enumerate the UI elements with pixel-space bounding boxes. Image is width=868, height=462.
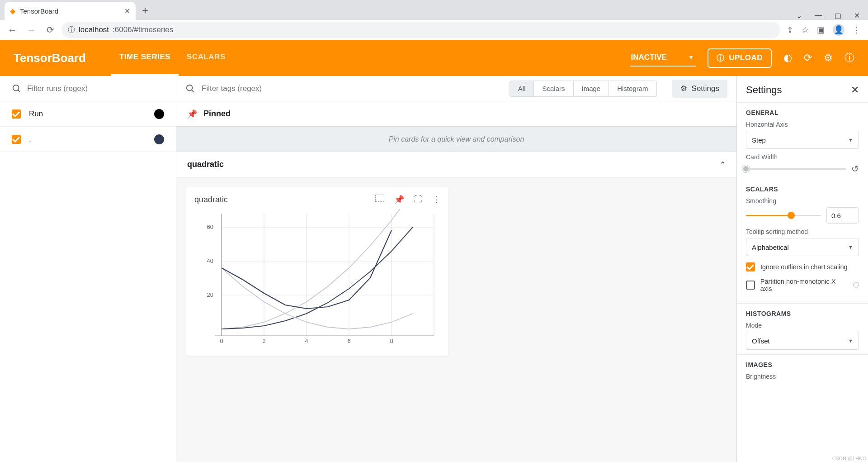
chevron-down-icon[interactable]: ⌄	[796, 11, 802, 20]
star-icon[interactable]: ☆	[802, 25, 809, 35]
chip-all[interactable]: All	[510, 81, 534, 96]
runs-filter	[0, 76, 176, 101]
card-header: quadratic 📌 ⛶ ⋮	[194, 195, 440, 205]
runs-select-all-checkbox[interactable]	[12, 110, 21, 119]
back-button[interactable]: ←	[5, 22, 20, 38]
address-actions: ⇪ ☆ ▣ 👤 ⋮	[784, 24, 863, 36]
card-width-slider[interactable]	[746, 164, 846, 173]
settings-pane: Settings ✕ GENERAL Horizontal Axis Step …	[737, 76, 868, 462]
chevron-up-icon[interactable]: ⌃	[720, 160, 726, 169]
runs-sidebar: Run .	[0, 76, 176, 462]
ignore-outliers-row[interactable]: Ignore outliers in chart scaling	[746, 262, 859, 271]
ignore-outliers-checkbox[interactable]	[746, 262, 755, 271]
sidepanel-icon[interactable]: ▣	[817, 25, 825, 35]
card-actions: 📌 ⛶ ⋮	[375, 195, 440, 205]
refresh-icon[interactable]: ⟳	[804, 52, 812, 64]
reset-icon[interactable]: ↺	[851, 163, 859, 174]
scalar-plot[interactable]: 20 40 60 0 2 4 6 8	[194, 209, 440, 345]
brightness-label: Brightness	[746, 373, 859, 380]
profile-icon[interactable]: 👤	[833, 24, 844, 36]
search-icon	[12, 84, 22, 94]
scalars-heading: SCALARS	[746, 186, 859, 193]
partition-x-checkbox[interactable]	[746, 281, 755, 290]
info-icon[interactable]: ⓘ	[853, 281, 859, 289]
group-header[interactable]: quadratic ⌃	[176, 152, 736, 177]
svg-line-3	[192, 90, 194, 92]
tags-filter-input[interactable]	[202, 84, 503, 93]
runs-column-label: Run	[29, 110, 43, 119]
upload-icon: ⓘ	[717, 53, 725, 63]
partition-x-row[interactable]: Partition non-monotonic X axis ⓘ	[746, 278, 859, 292]
upload-label: UPLOAD	[729, 53, 763, 62]
kebab-icon[interactable]: ⋮	[432, 195, 440, 205]
hax-select[interactable]: Step ▼	[746, 131, 859, 149]
partition-x-label: Partition non-monotonic X axis	[760, 278, 848, 292]
tb-header: TensorBoard TIME SERIES SCALARS INACTIVE…	[0, 40, 868, 76]
address-bar: ← → ⟳ ⓘ localhost:6006/#timeseries ⇪ ☆ ▣…	[0, 20, 868, 40]
fullscreen-icon[interactable]: ⛶	[414, 195, 422, 205]
gear-icon[interactable]: ⚙	[824, 52, 833, 64]
close-window-icon[interactable]: ✕	[854, 11, 860, 20]
palette-icon[interactable]	[154, 109, 164, 119]
browser-chrome: ◆ TensorBoard ✕ ＋ ⌄ — ▢ ✕ ← → ⟳ ⓘ localh…	[0, 0, 868, 40]
type-filter: All Scalars Image Histogram	[509, 81, 657, 97]
pin-icon[interactable]: 📌	[394, 195, 404, 205]
scalar-card: quadratic 📌 ⛶ ⋮	[186, 187, 448, 356]
mode-select[interactable]: Offset ▼	[746, 332, 859, 350]
tooltip-select[interactable]: Alphabetical ▼	[746, 238, 859, 256]
tooltip-label: Tooltip sorting method	[746, 228, 859, 235]
svg-text:60: 60	[207, 224, 213, 230]
chip-histogram[interactable]: Histogram	[609, 81, 656, 96]
hax-value: Step	[752, 136, 766, 144]
svg-text:0: 0	[220, 338, 223, 344]
fit-domain-icon[interactable]	[375, 195, 384, 202]
run-checkbox[interactable]	[12, 135, 21, 144]
settings-header: Settings ✕	[737, 76, 868, 102]
upload-button[interactable]: ⓘ UPLOAD	[708, 48, 772, 68]
close-icon[interactable]: ✕	[124, 7, 130, 15]
settings-title: Settings	[746, 84, 782, 96]
tab-timeseries[interactable]: TIME SERIES	[111, 40, 179, 76]
tab-title: TensorBoard	[20, 7, 58, 15]
share-icon[interactable]: ⇪	[787, 25, 793, 35]
kebab-icon[interactable]: ⋮	[853, 25, 861, 35]
card-width-label: Card Width	[746, 153, 859, 161]
images-heading: IMAGES	[746, 361, 859, 368]
tab-scalars[interactable]: SCALARS	[179, 40, 234, 76]
chevron-down-icon: ▼	[848, 137, 853, 143]
theme-icon[interactable]: ◐	[783, 52, 792, 64]
smoothing-value[interactable]: 0.6	[826, 207, 859, 224]
help-icon[interactable]: ⓘ	[844, 51, 854, 65]
settings-general: GENERAL Horizontal Axis Step ▼ Card Widt…	[737, 102, 868, 179]
new-tab-button[interactable]: ＋	[137, 3, 153, 18]
settings-scalars: SCALARS Smoothing 0.6 Tooltip sorting me…	[737, 179, 868, 303]
svg-text:40: 40	[207, 257, 213, 264]
smoothing-label: Smoothing	[746, 197, 859, 205]
run-color-swatch[interactable]	[154, 134, 164, 144]
brand: TensorBoard	[14, 51, 86, 65]
settings-histograms: HISTOGRAMS Mode Offset ▼	[737, 303, 868, 354]
reload-button[interactable]: ⟳	[42, 22, 58, 38]
chevron-down-icon: ▼	[848, 338, 853, 343]
smoothing-row: 0.6	[746, 207, 859, 224]
watermark: CSDN @LHNC	[832, 456, 866, 461]
runs-filter-input[interactable]	[27, 84, 164, 93]
chip-image[interactable]: Image	[574, 81, 609, 96]
close-icon[interactable]: ✕	[851, 84, 859, 96]
browser-tab[interactable]: ◆ TensorBoard ✕	[5, 2, 136, 20]
pinned-section-header: 📌 Pinned	[176, 101, 736, 127]
card-width-row: ↺	[746, 163, 859, 174]
pinned-empty-hint: Pin cards for a quick view and compariso…	[176, 127, 736, 152]
minimize-icon[interactable]: —	[815, 11, 822, 19]
chip-scalars[interactable]: Scalars	[534, 81, 573, 96]
run-row[interactable]: .	[0, 127, 176, 152]
settings-toggle-button[interactable]: ⚙ Settings	[672, 80, 727, 98]
forward-button: →	[24, 22, 39, 38]
url-field[interactable]: ⓘ localhost:6006/#timeseries	[61, 22, 780, 38]
maximize-icon[interactable]: ▢	[835, 11, 841, 20]
chevron-down-icon: ▼	[848, 244, 853, 250]
plugin-dropdown[interactable]: INACTIVE ▼	[630, 49, 695, 67]
site-info-icon[interactable]: ⓘ	[68, 25, 75, 35]
runs-header-row: Run	[0, 101, 176, 127]
smoothing-slider[interactable]	[746, 211, 821, 220]
